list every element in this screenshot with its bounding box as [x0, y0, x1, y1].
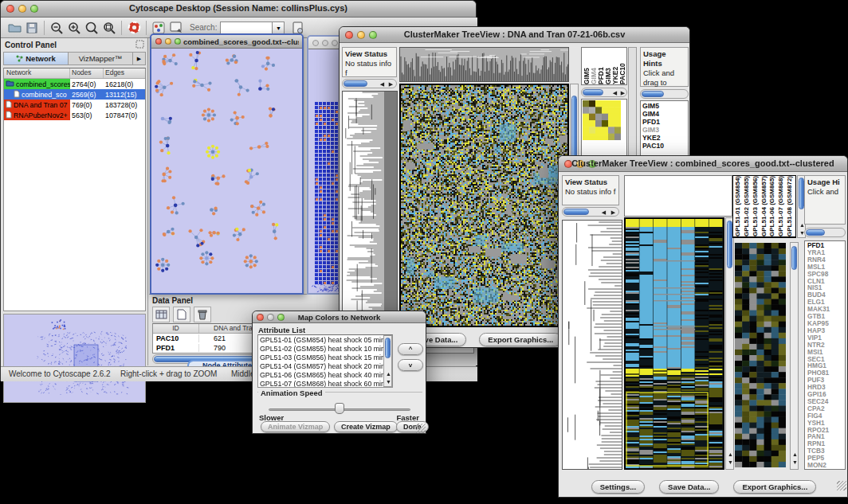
tv2-column-label[interactable]: GPL51-01 (GSM854) — [735, 176, 744, 236]
export-graphics-button[interactable]: Export Graphics... — [733, 480, 816, 494]
treeview2-window: ClusterMaker TreeView : combined_scores_… — [558, 155, 848, 498]
tv1-column-label[interactable]: GIM4 — [591, 48, 598, 84]
tv1-status-hscroll[interactable]: ◀▶ — [342, 79, 397, 88]
tv1-mini-heatmap[interactable] — [583, 100, 621, 140]
tv1-row-label[interactable]: PAC10 — [642, 142, 686, 150]
zoom-button[interactable] — [332, 40, 338, 46]
tv1-column-label[interactable]: GIM3 — [605, 48, 612, 84]
search-dropdown-button[interactable]: ▼ — [273, 21, 285, 34]
tab-network[interactable]: Network — [4, 53, 69, 64]
treeview1-title: ClusterMaker TreeView : DNA and Tran 07-… — [340, 29, 689, 39]
resize-grip[interactable] — [416, 424, 426, 433]
tv1-column-label[interactable]: PFD1 — [598, 48, 605, 84]
save-icon[interactable] — [23, 20, 41, 36]
tv1-column-dendrogram[interactable] — [400, 48, 568, 81]
map-colors-dialog: Map Colors to Network Attribute List GPL… — [252, 311, 426, 434]
tv1-labels-hscroll[interactable]: ◀▶ — [581, 88, 627, 97]
tv2-mini-heatmap[interactable] — [735, 243, 786, 467]
tv2-status-hscroll[interactable]: ◀▶ — [562, 207, 619, 217]
zoom-in-icon[interactable] — [65, 20, 83, 36]
zoom-out-icon[interactable] — [48, 20, 65, 36]
attribute-list-vscroll[interactable]: ▲▼ — [383, 335, 392, 387]
status-hint-zoom: Right-click + drag to ZOOM — [120, 369, 217, 378]
attribute-list-item[interactable]: GPL51-04 (GSM857) heat shock 20 min — [260, 362, 391, 371]
attribute-list-item[interactable]: GPL51-02 (GSM855) heat shock 10 min — [260, 345, 391, 354]
help-ring-icon[interactable] — [125, 20, 143, 36]
tv2-row-dendrogram[interactable] — [563, 221, 622, 469]
tv2-mini-vscroll[interactable]: ▲▼ — [790, 242, 799, 470]
tv2-column-label[interactable]: GPL51-02 (GSM855) — [744, 176, 752, 236]
tv1-row-label[interactable]: YKE2 — [642, 134, 686, 142]
tv1-row-label[interactable]: GIM5 — [642, 102, 686, 110]
tv1-hints-hscroll[interactable] — [640, 89, 689, 99]
dp-id: PFD1 — [153, 344, 199, 352]
tv1-row-label[interactable]: PFD1 — [642, 118, 686, 126]
select-attributes-icon[interactable] — [152, 307, 170, 322]
open-folder-icon[interactable] — [6, 20, 23, 36]
network-table-row[interactable]: RNAPuberNov2+563(0)107847(0) — [4, 110, 145, 120]
close-button[interactable] — [155, 38, 162, 45]
dialog-title: Map Colors to Network — [253, 313, 426, 322]
tv2-heat-vscroll[interactable]: ▲▼ — [725, 217, 734, 470]
tv1-column-label[interactable]: PAC10 — [619, 48, 626, 84]
search-input[interactable] — [220, 21, 273, 34]
network-edges: 107847(0) — [104, 111, 145, 119]
network-table-header[interactable]: Network Nodes Edges — [4, 68, 145, 79]
network-canvas[interactable] — [151, 49, 302, 293]
minimize-button[interactable] — [165, 38, 171, 45]
tv2-column-dendrogram[interactable] — [624, 175, 732, 217]
tv2-column-label[interactable]: GPL51-03 (GSM856) — [752, 176, 761, 236]
main-window-title: Cytoscape Desktop (Session Name: collins… — [1, 3, 476, 13]
create-vizmap-button[interactable]: Create Vizmap — [334, 421, 398, 432]
network-table-row[interactable]: combined_scores2764(0)16218(0) — [4, 79, 145, 89]
attribute-list-item[interactable]: GPL51-07 (GSM868) heat shock 60 min — [260, 380, 391, 388]
float-panel-icon[interactable] — [135, 37, 144, 52]
network-nodes: 2569(6) — [70, 91, 104, 99]
control-panel-title: Control Panel — [5, 41, 57, 49]
more-tabs-button[interactable]: ▶ — [132, 53, 145, 64]
attribute-list-item[interactable]: GPL51-01 (GSM854) heat shock 05 min — [260, 336, 391, 345]
tab-vizmapper[interactable]: VizMapper™ — [69, 53, 132, 64]
network-table-row[interactable]: combined_sco2569(6)13112(15) — [4, 89, 145, 100]
tv1-row-dendrogram[interactable] — [343, 92, 397, 326]
tv2-heatmap-canvas[interactable] — [626, 219, 723, 468]
move-down-button[interactable]: v — [398, 359, 423, 371]
zoom-fit-icon[interactable] — [83, 20, 100, 36]
tv1-column-label[interactable]: YKE2 — [612, 48, 619, 84]
tv2-column-label[interactable]: GPL51-04 (GSM857) — [761, 176, 770, 236]
tv2-column-labels: GPL51-01 (GSM854)GPL51-02 (GSM855)GPL51-… — [732, 175, 796, 238]
animation-speed-label: Animation Speed — [258, 389, 325, 397]
network-edges: 16218(0) — [104, 80, 145, 88]
network-name: combined_scores — [16, 80, 70, 88]
export-graphics-button[interactable]: Export Graphics... — [479, 333, 562, 346]
tv1-row-label[interactable]: GIM3 — [642, 126, 686, 134]
resize-grip[interactable] — [837, 481, 846, 490]
tv1-column-labels: GIM5GIM4PFD1GIM3YKE2PAC10 — [581, 47, 627, 85]
save-data-button[interactable]: Save Data... — [659, 480, 719, 494]
animation-slider-thumb[interactable] — [335, 403, 344, 414]
main-title-bar[interactable]: Cytoscape Desktop (Session Name: collins… — [1, 1, 476, 18]
minimize-button[interactable] — [322, 40, 328, 46]
tv2-column-label[interactable]: GPL51-07 (GSM868) — [778, 176, 787, 236]
tv1-heatmap-canvas[interactable] — [401, 85, 567, 326]
tv2-column-label[interactable]: GPL51-06 (GSM865) — [769, 176, 778, 236]
control-panel: Control Panel Network VizMapper™ ▶ Netwo… — [1, 38, 148, 365]
tv2-hints-hscroll[interactable] — [804, 228, 846, 237]
attribute-list-item[interactable]: GPL51-06 (GSM865) heat shock 40 min — [260, 371, 391, 380]
network-table-row[interactable]: DNA and Tran 07769(0)183728(0) — [4, 100, 145, 110]
network-overview-canvas[interactable] — [4, 315, 145, 402]
attribute-list-item[interactable]: GPL51-03 (GSM856) heat shock 15 min — [260, 354, 391, 362]
tv1-column-label[interactable]: GIM5 — [583, 48, 591, 84]
tv1-row-label[interactable]: GIM4 — [642, 110, 686, 118]
new-attribute-icon[interactable] — [173, 307, 190, 322]
animate-vizmap-button[interactable]: Animate Vizmap — [261, 421, 330, 432]
zoom-button[interactable] — [175, 38, 181, 45]
tv2-column-label[interactable]: GPL51-08 (GSM872) — [787, 176, 795, 236]
zoom-selected-icon[interactable] — [100, 20, 118, 36]
settings-button[interactable]: Settings... — [591, 480, 645, 494]
tv2-gene-label[interactable]: MON2 — [807, 462, 842, 469]
delete-attribute-icon[interactable] — [194, 307, 211, 322]
close-button[interactable] — [312, 40, 319, 46]
move-up-button[interactable]: ^ — [398, 343, 423, 355]
search-label: Search: — [190, 23, 217, 32]
